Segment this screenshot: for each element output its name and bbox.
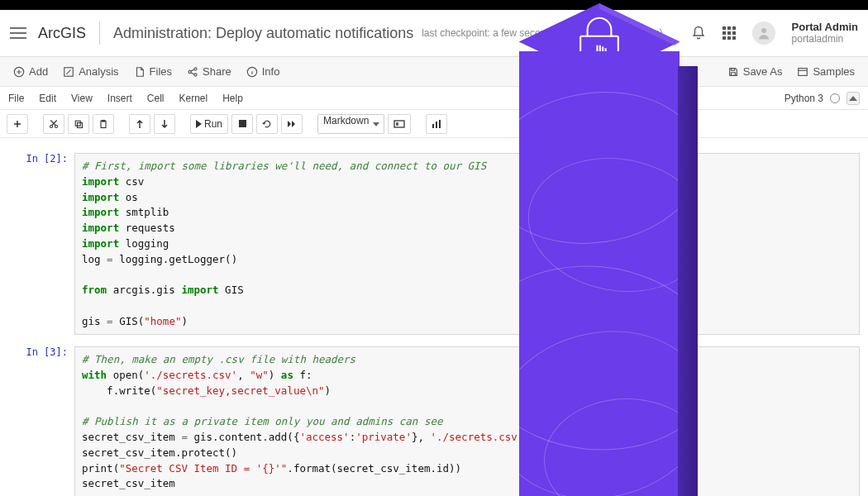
page-title: Administration: Deploy automatic notific… bbox=[113, 25, 413, 42]
menu-icon[interactable] bbox=[10, 25, 26, 41]
info-label: Info bbox=[262, 65, 280, 78]
cell-prompt: In [3]: bbox=[8, 346, 74, 496]
brand-label: ArcGIS bbox=[38, 25, 86, 42]
svg-rect-18 bbox=[436, 122, 437, 128]
code-cell[interactable]: In [2]: # First, import some libraries w… bbox=[8, 153, 860, 335]
cell-prompt: In [2]: bbox=[8, 153, 74, 335]
celltype-select[interactable]: Markdown bbox=[317, 114, 384, 134]
svg-rect-17 bbox=[432, 124, 434, 128]
cut-button[interactable] bbox=[43, 114, 64, 134]
code-cell[interactable]: In [3]: # Then, make an empty .csv file … bbox=[8, 346, 860, 496]
menu-help[interactable]: Help bbox=[222, 93, 243, 104]
svg-point-0 bbox=[761, 28, 766, 33]
svg-rect-13 bbox=[78, 122, 83, 127]
saveas-button[interactable]: Save As bbox=[723, 62, 788, 81]
svg-point-5 bbox=[194, 73, 197, 75]
pencil-square-icon bbox=[63, 66, 74, 78]
menu-kernel[interactable]: Kernel bbox=[179, 93, 208, 104]
add-button[interactable]: Add bbox=[8, 62, 53, 81]
menu-cell[interactable]: Cell bbox=[147, 93, 165, 104]
play-icon bbox=[196, 120, 202, 128]
user-name: Portal Admin bbox=[792, 21, 858, 33]
stop-icon bbox=[239, 120, 246, 127]
add-label: Add bbox=[29, 65, 48, 78]
kernel-name: Python 3 bbox=[785, 93, 823, 104]
jupyter-menu: File Edit View Insert Cell Kernel Help P… bbox=[0, 87, 868, 110]
toggle-panel-icon[interactable] bbox=[847, 92, 860, 105]
svg-point-3 bbox=[188, 70, 191, 73]
divider bbox=[99, 21, 100, 45]
analysis-button[interactable]: Analysis bbox=[58, 62, 123, 81]
svg-point-4 bbox=[194, 67, 197, 69]
user-block[interactable]: Portal Admin portaladmin bbox=[792, 21, 858, 44]
save-icon bbox=[727, 66, 739, 78]
interrupt-button[interactable] bbox=[231, 114, 253, 134]
promo-overlay bbox=[504, 0, 694, 496]
share-icon bbox=[187, 66, 198, 78]
svg-rect-19 bbox=[439, 120, 441, 128]
plus-circle-icon bbox=[13, 66, 25, 78]
samples-button[interactable]: Samples bbox=[792, 62, 860, 81]
promo-shadow bbox=[678, 66, 698, 496]
menu-edit[interactable]: Edit bbox=[39, 93, 56, 104]
notebook-body: In [2]: # First, import some libraries w… bbox=[0, 138, 868, 496]
run-label: Run bbox=[204, 118, 222, 130]
share-button[interactable]: Share bbox=[182, 62, 236, 81]
restart-run-all-button[interactable] bbox=[281, 114, 303, 134]
restart-button[interactable] bbox=[256, 114, 278, 134]
celltype-label: Markdown bbox=[323, 115, 369, 126]
move-down-button[interactable] bbox=[154, 114, 175, 134]
action-bar: Add Analysis Files Share Info Save As Sa… bbox=[0, 57, 868, 87]
run-button[interactable]: Run bbox=[190, 114, 228, 134]
move-up-button[interactable] bbox=[129, 114, 150, 134]
apps-icon[interactable] bbox=[723, 26, 736, 40]
code-input[interactable]: # Then, make an empty .csv file with hea… bbox=[74, 346, 860, 496]
info-icon bbox=[246, 66, 258, 78]
promo-body bbox=[519, 51, 680, 496]
command-palette-button[interactable] bbox=[388, 114, 411, 134]
svg-rect-7 bbox=[731, 68, 734, 70]
jupyter-toolbar: Run Markdown bbox=[0, 110, 868, 138]
svg-point-10 bbox=[50, 125, 53, 127]
saveas-label: Save As bbox=[743, 65, 783, 78]
files-button[interactable]: Files bbox=[129, 62, 177, 81]
copy-button[interactable] bbox=[68, 114, 89, 134]
file-icon bbox=[134, 66, 145, 78]
menu-view[interactable]: View bbox=[71, 93, 93, 104]
paste-button[interactable] bbox=[93, 114, 114, 134]
svg-rect-8 bbox=[731, 72, 735, 75]
code-input[interactable]: # First, import some libraries we'll nee… bbox=[74, 153, 860, 335]
user-id: portaladmin bbox=[792, 34, 858, 45]
avatar[interactable] bbox=[752, 21, 775, 45]
svg-point-11 bbox=[55, 125, 58, 127]
samples-icon bbox=[797, 66, 808, 78]
svg-rect-16 bbox=[394, 121, 404, 127]
insert-cell-button[interactable] bbox=[7, 114, 28, 134]
app-header: ArcGIS Administration: Deploy automatic … bbox=[0, 10, 868, 57]
samples-label: Samples bbox=[813, 65, 855, 78]
share-label: Share bbox=[203, 65, 231, 78]
kernel-status-icon bbox=[830, 93, 840, 103]
chart-button[interactable] bbox=[426, 114, 447, 134]
menu-insert[interactable]: Insert bbox=[107, 93, 132, 104]
files-label: Files bbox=[150, 65, 172, 78]
analysis-label: Analysis bbox=[79, 65, 118, 78]
menu-file[interactable]: File bbox=[8, 93, 24, 104]
svg-rect-12 bbox=[75, 121, 80, 126]
info-button[interactable]: Info bbox=[241, 62, 285, 81]
svg-rect-9 bbox=[799, 68, 808, 75]
